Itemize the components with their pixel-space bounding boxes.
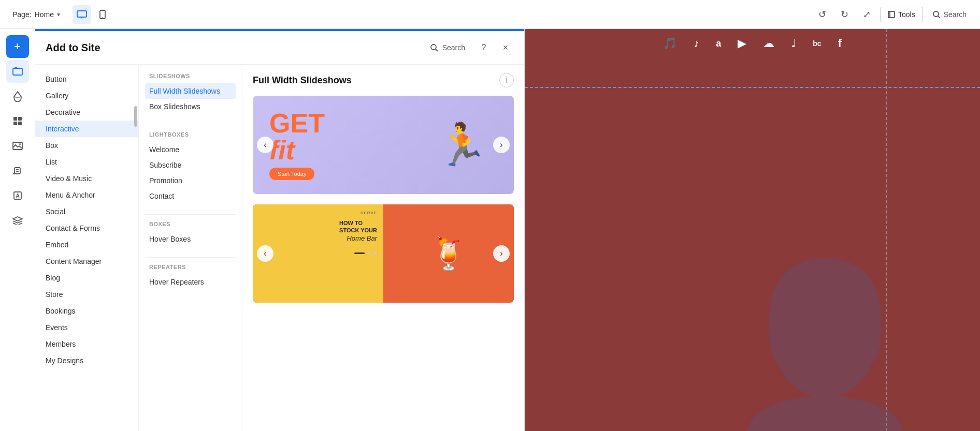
blog-button[interactable] <box>6 159 29 182</box>
cocktail-icon: 🍹 <box>429 235 468 272</box>
card-1-image: GET fit Start Today 🏃 <box>253 96 514 194</box>
category-item-embed[interactable]: Embed <box>35 236 138 253</box>
boxes-title: BOXES <box>145 221 236 227</box>
category-item-gallery[interactable]: Gallery <box>35 87 138 104</box>
store-button[interactable]: A <box>6 184 29 207</box>
svg-point-4 <box>102 17 103 18</box>
subcat-full-width[interactable]: Full Width Slideshows <box>145 83 236 99</box>
redo-button[interactable]: ↻ <box>835 6 854 23</box>
category-item-content-manager[interactable]: Content Manager <box>35 253 138 270</box>
scroll-indicator <box>134 106 137 127</box>
svg-rect-10 <box>15 67 17 69</box>
content-header: Full Width Slideshows i <box>253 73 514 87</box>
card-2-next-button[interactable]: › <box>493 245 510 262</box>
subcat-subscribe[interactable]: Subscribe <box>145 157 236 173</box>
music-icon: ♪ <box>694 37 699 50</box>
divider-1 <box>145 125 236 125</box>
add-elements-button[interactable]: + <box>6 35 29 58</box>
tiktok-icon: ♩ <box>791 37 796 50</box>
category-item-blog[interactable]: Blog <box>35 270 138 286</box>
top-bar: Page: Home ▾ ↺ ↻ ⤢ Tools Search <box>0 0 980 29</box>
category-item-store[interactable]: Store <box>35 286 138 303</box>
info-icon: i <box>506 76 508 85</box>
bg-person: 👤 <box>722 265 928 431</box>
fit-text: fit <box>269 137 325 164</box>
lightboxes-section: LIGHTBOXES WelcomeSubscribePromotionCont… <box>145 131 236 204</box>
start-today-button[interactable]: Start Today <box>269 168 314 180</box>
category-item-decorative[interactable]: Decorative <box>35 104 138 121</box>
close-icon: × <box>503 42 509 53</box>
bandcamp-icon: bc <box>813 39 821 48</box>
chevron-down-icon: ▾ <box>57 11 60 18</box>
close-panel-button[interactable]: × <box>497 39 514 56</box>
subcat-promotion[interactable]: Promotion <box>145 173 236 188</box>
next-icon: › <box>500 140 502 150</box>
card-2-prev-button[interactable]: ‹ <box>257 245 273 262</box>
layers-button[interactable] <box>6 209 29 232</box>
svg-point-16 <box>19 143 21 145</box>
category-item-list[interactable]: List <box>35 154 138 170</box>
lightboxes-title: LIGHTBOXES <box>145 131 236 138</box>
info-button[interactable]: i <box>499 73 514 87</box>
theme-button[interactable] <box>6 85 29 108</box>
repeaters-title: REPEATERS <box>145 264 236 270</box>
category-item-members[interactable]: Members <box>35 336 138 352</box>
slideshow-card-2[interactable]: SERVE HOW TO STOCK YOUR Home Bar <box>253 204 514 303</box>
svg-rect-5 <box>888 11 895 18</box>
prev-icon-2: ‹ <box>264 249 266 258</box>
divider-2 <box>145 214 236 215</box>
plus-icon: + <box>14 40 21 53</box>
subcat-hover-repeaters[interactable]: Hover Repeaters <box>145 274 236 290</box>
help-icon: ? <box>482 43 486 52</box>
how-to-text: HOW TO STOCK YOUR <box>339 219 377 234</box>
slideshow-card-1[interactable]: GET fit Start Today 🏃 ‹ › <box>253 96 514 194</box>
category-item-button[interactable]: Button <box>35 71 138 87</box>
collapse-icon: ⤢ <box>863 9 871 20</box>
apps-button[interactable] <box>6 110 29 132</box>
svg-rect-12 <box>18 117 22 121</box>
svg-line-8 <box>938 16 940 18</box>
category-item-bookings[interactable]: Bookings <box>35 303 138 319</box>
category-item-interactive[interactable]: Interactive <box>35 121 138 137</box>
category-item-contact-forms[interactable]: Contact & Forms <box>35 220 138 236</box>
search-topbar-button[interactable]: Search <box>927 7 972 22</box>
page-selector[interactable]: Page: Home ▾ <box>8 8 64 21</box>
content-title: Full Width Slideshows <box>253 75 352 86</box>
page-label: Page: <box>12 10 32 19</box>
desktop-device-button[interactable] <box>73 5 91 24</box>
soundcloud-icon: ☁ <box>763 37 774 50</box>
subcat-contact[interactable]: Contact <box>145 188 236 204</box>
category-item-video-music[interactable]: Video & Music <box>35 170 138 187</box>
repeaters-section: REPEATERS Hover Repeaters <box>145 264 236 290</box>
category-item-box[interactable]: Box <box>35 137 138 154</box>
category-item-social[interactable]: Social <box>35 203 138 220</box>
collapse-button[interactable]: ⤢ <box>858 6 876 23</box>
mobile-device-button[interactable] <box>93 5 112 24</box>
tools-button[interactable]: Tools <box>880 7 923 22</box>
subcat-box[interactable]: Box Slideshows <box>145 99 236 114</box>
search-topbar-label: Search <box>944 10 967 19</box>
category-item-my-designs[interactable]: My Designs <box>35 352 138 369</box>
icon-sidebar: + A <box>0 29 35 431</box>
undo-button[interactable]: ↺ <box>813 6 831 23</box>
website-canvas: 🎵 ♪ a ▶ ☁ ♩ bc f 👤 <box>525 29 980 431</box>
canvas-horizontal-guide <box>525 87 980 88</box>
pages-button[interactable] <box>6 60 29 83</box>
help-button[interactable]: ? <box>477 40 491 55</box>
subcat-welcome[interactable]: Welcome <box>145 142 236 157</box>
category-item-menu-anchor[interactable]: Menu & Anchor <box>35 187 138 203</box>
amazon-icon: a <box>716 38 721 49</box>
dot-indicators <box>354 252 377 254</box>
card-2-image: SERVE HOW TO STOCK YOUR Home Bar <box>253 204 514 303</box>
divider-3 <box>145 257 236 258</box>
card-1-next-button[interactable]: › <box>493 137 510 153</box>
undo-icon: ↺ <box>818 9 826 20</box>
page-name: Home <box>35 10 54 19</box>
top-bar-actions: ↺ ↻ ⤢ Tools Search <box>813 6 972 23</box>
get-fit-overlay: GET fit Start Today <box>269 110 325 180</box>
category-item-events[interactable]: Events <box>35 319 138 336</box>
panel-search-button[interactable]: Search <box>425 40 470 55</box>
media-button[interactable] <box>6 135 29 157</box>
subcat-hover-boxes[interactable]: Hover Boxes <box>145 231 236 247</box>
card-1-prev-button[interactable]: ‹ <box>257 137 273 153</box>
